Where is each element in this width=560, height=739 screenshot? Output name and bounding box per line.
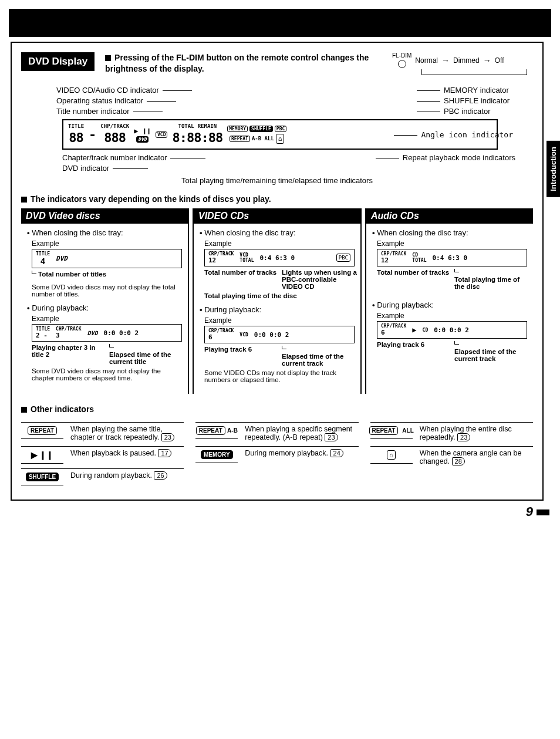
section-heading: DVD Display [21, 52, 95, 71]
col-dvd-video: DVD Video discs When closing the disc tr… [21, 208, 189, 394]
page-frame: DVD Display Pressing of the FL-DIM butto… [11, 42, 544, 501]
fl-dim-description: Pressing of the FL-DIM button on the rem… [105, 52, 382, 75]
callout-status-indicator: Operating status indicator [56, 96, 192, 105]
fl-dim-button-icon [398, 60, 406, 68]
other-indicators-grid: REPEAT When playing the same title, chap… [21, 417, 533, 490]
shuffle-badge: SHUFFLE [249, 126, 273, 132]
callout-time-indicators: Total playing time/remaining time/elapse… [21, 176, 533, 185]
callout-vcd-cd-indicator: VIDEO CD/Audio CD indicator [56, 86, 192, 95]
top-black-bar [9, 9, 551, 37]
other-repeat: REPEAT When playing the same title, chap… [21, 422, 184, 441]
dvd-display-panel: TITLE 88 - CHP/TRACK 888 ▶ ❙❙ DVD VCD TO… [62, 119, 498, 150]
other-pause: ▶ ❙❙ When playback is paused. 17 [21, 446, 184, 464]
callout-shuffle-indicator: SHUFFLE indicator [417, 96, 510, 105]
other-repeat-all: REPEAT ALL When playing the entire disc … [370, 422, 533, 441]
section-tab: Introduction [546, 141, 560, 197]
callout-angle-icon: Angle icon indicator [394, 130, 513, 139]
other-indicators-heading: Other indicators [21, 404, 533, 414]
other-shuffle: SHUFFLE During random playback. 26 [21, 468, 184, 485]
pbc-badge: PBC [275, 126, 286, 132]
play-pause-icon: ▶ ❙❙ [31, 450, 54, 460]
display-callouts-top: VIDEO CD/Audio CD indicator Operating st… [21, 86, 533, 116]
cd-close-display: CRP/TRACK12 CDTOTAL 0:4 6:3 0 [377, 249, 527, 266]
dvd-playback-display: TITLE2 - CHP/TRACK3 DVD 0:0 0:0 2 [32, 324, 182, 342]
angle-icon: ⌂ [276, 134, 285, 144]
repeat-badge: REPEAT [230, 136, 250, 142]
callout-memory-indicator: MEMORY indicator [417, 86, 510, 95]
camera-angle-icon: ⌂ [387, 450, 396, 460]
page-number: 9 [0, 504, 549, 519]
memory-badge: MEMORY [227, 126, 248, 132]
col-video-cd: VIDEO CDs When closing the disc tray: Ex… [193, 208, 362, 394]
callout-repeat-mode: Repeat playback mode indicators [376, 153, 515, 162]
seg-title-number: 88 [69, 130, 83, 145]
dvd-badge: DVD [136, 136, 148, 143]
cd-playback-display: CRP/TRACK6 ▶ CD 0:0 0:0 2 [377, 321, 527, 339]
callout-chapter-track-indicator: Chapter/track number indicator [62, 153, 205, 162]
callout-title-number: Title number indicator [56, 107, 192, 116]
disc-type-columns: DVD Video discs When closing the disc tr… [21, 208, 533, 394]
seg-time: 8:88:88 [172, 130, 222, 145]
dvd-close-display: TITLE4 DVD [32, 249, 182, 268]
col-audio-cd: Audio CDs When closing the disc tray: Ex… [365, 208, 533, 394]
other-memory: MEMORY During memory playback. 24 [195, 446, 358, 463]
other-repeat-ab: REPEAT A-B When playing a specific segme… [195, 422, 358, 441]
fl-dim-diagram: FL-DIM Normal→ Dimmed→ Off [392, 52, 533, 75]
indicators-vary-heading: The indicators vary depending on the kin… [21, 194, 533, 204]
callout-pbc-indicator: PBC indicator [417, 107, 510, 116]
callout-dvd-indicator: DVD indicator [62, 164, 205, 173]
vcd-close-display: CRP/TRACK12 VCDTOTAL 0:4 6:3 0 PBC [204, 249, 355, 266]
seg-chapter-track: 888 [104, 130, 126, 145]
other-angle: ⌂ When the camera angle can be changed. … [370, 446, 533, 465]
header-row: DVD Display Pressing of the FL-DIM butto… [21, 52, 533, 75]
vcd-playback-display: CRP/TRACK6 VCD 0:0 0:0 2 [204, 326, 355, 343]
display-callouts-bottom: Chapter/track number indicator DVD indic… [62, 153, 533, 173]
callout-total-titles: Total number of titles [32, 271, 182, 278]
